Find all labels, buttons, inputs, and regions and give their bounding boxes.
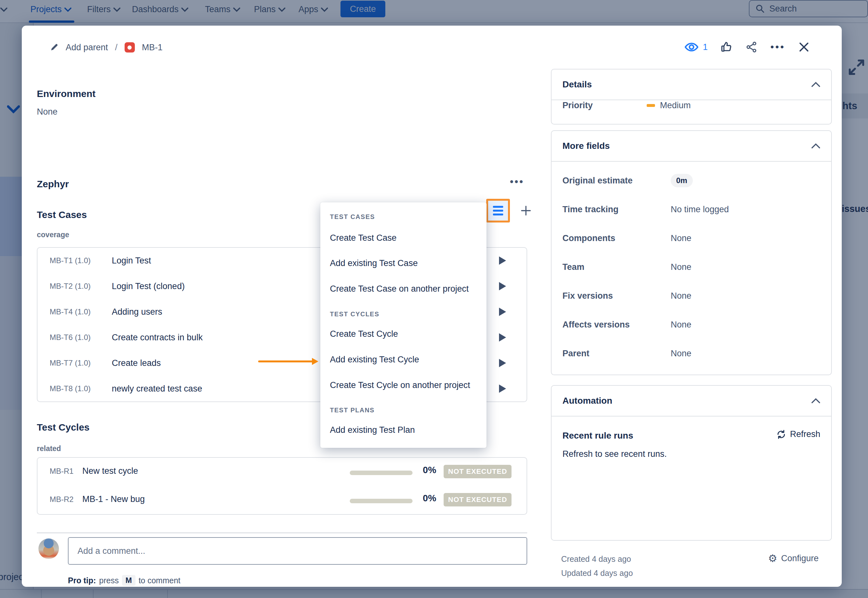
screen: rk Projects Filters Dashboards Teams P — [0, 0, 868, 598]
test-case-key: MB-T6 (1.0) — [49, 333, 105, 342]
refresh-label: Refresh — [790, 429, 820, 439]
more-fields-body: Original estimate 0m Time tracking No ti… — [552, 161, 831, 368]
field-label: Time tracking — [563, 205, 671, 214]
play-icon[interactable] — [499, 384, 506, 393]
test-case-title[interactable]: Create contracts in bulk — [112, 333, 203, 342]
menu-item-add-existing-test-plan[interactable]: Add existing Test Plan — [330, 425, 415, 435]
field-value: None — [671, 262, 691, 272]
progress-percent: 0% — [423, 465, 436, 475]
test-cycle-title[interactable]: MB-1 - New bug — [82, 494, 145, 504]
more-fields-title: More fields — [563, 141, 610, 151]
automation-title: Automation — [563, 396, 612, 406]
status-badge: NOT EXECUTED — [444, 493, 512, 507]
test-cycles-card: MB-R1 New test cycle 0% NOT EXECUTED MB-… — [37, 457, 527, 515]
pro-tip-bold: Pro tip: — [68, 576, 96, 585]
field-value: None — [671, 233, 691, 243]
eye-icon — [684, 42, 699, 52]
watch-button[interactable]: 1 — [684, 42, 708, 52]
field-row-fix-versions[interactable]: Fix versions None — [552, 281, 831, 310]
field-row-parent[interactable]: Parent None — [552, 339, 831, 368]
field-value-pill: 0m — [671, 174, 693, 187]
environment-value[interactable]: None — [37, 107, 58, 117]
details-body-clipped: Priority Medium — [552, 100, 831, 123]
section-divider — [37, 532, 527, 533]
play-icon[interactable] — [499, 308, 506, 316]
add-parent-link[interactable]: Add parent — [66, 43, 108, 52]
play-icon[interactable] — [499, 359, 506, 367]
priority-medium-icon — [647, 104, 655, 107]
bug-type-icon[interactable] — [124, 42, 135, 52]
field-row-team[interactable]: Team None — [552, 253, 831, 281]
collapse-button[interactable] — [811, 398, 820, 404]
menu-item-create-test-cycle-another-project[interactable]: Create Test Cycle on another project — [330, 380, 470, 390]
more-actions-button[interactable]: ••• — [770, 42, 786, 52]
details-title: Details — [563, 79, 592, 90]
close-icon[interactable] — [798, 41, 810, 53]
test-case-key: MB-T7 (1.0) — [49, 359, 105, 368]
field-row-components[interactable]: Components None — [552, 224, 831, 253]
test-cycle-row[interactable]: MB-R1 New test cycle 0% NOT EXECUTED — [37, 458, 527, 486]
collapse-button[interactable] — [811, 82, 820, 87]
priority-value-text: Medium — [660, 100, 691, 111]
pro-tip: Pro tip: press M to comment — [68, 575, 180, 586]
gear-icon: ⚙ — [768, 553, 777, 564]
test-case-title[interactable]: Login Test (cloned) — [112, 281, 185, 291]
field-value: None — [671, 320, 691, 330]
test-case-key: MB-T2 (1.0) — [49, 282, 105, 291]
test-cases-title: Test Cases — [37, 209, 87, 220]
test-case-title[interactable]: newly created test case — [112, 384, 202, 394]
test-case-title[interactable]: Create leads — [112, 358, 161, 368]
updated-timestamp: Updated 4 days ago — [561, 568, 633, 578]
zephyr-title: Zephyr — [37, 179, 69, 190]
field-row-time-tracking[interactable]: Time tracking No time logged — [552, 195, 831, 224]
plus-icon — [520, 205, 532, 217]
configure-button[interactable]: ⚙ Configure — [768, 553, 819, 564]
zephyr-more-button[interactable]: ••• — [510, 176, 524, 188]
field-row-affects-versions[interactable]: Affects versions None — [552, 310, 831, 339]
issue-key-link[interactable]: MB-1 — [142, 43, 163, 52]
menu-item-create-test-case[interactable]: Create Test Case — [330, 233, 397, 243]
menu-item-create-test-cycle[interactable]: Create Test Cycle — [330, 329, 398, 339]
menu-section-test-cases: TEST CASES — [330, 213, 375, 221]
thumbs-up-icon[interactable] — [720, 41, 732, 53]
menu-item-create-test-case-another-project[interactable]: Create Test Case on another project — [330, 284, 468, 294]
automation-header[interactable]: Automation — [552, 386, 831, 417]
zephyr-dropdown-menu: TEST CASES Create Test Case Add existing… — [320, 202, 486, 448]
chevron-up-icon — [811, 398, 820, 404]
add-test-case-button[interactable] — [516, 201, 536, 220]
test-cases-menu-button[interactable] — [486, 199, 510, 223]
play-icon[interactable] — [499, 282, 506, 290]
field-label: Parent — [563, 348, 671, 359]
field-label: Affects versions — [563, 320, 671, 330]
test-case-key: MB-T1 (1.0) — [49, 256, 105, 265]
refresh-button[interactable]: Refresh — [777, 429, 820, 439]
progress-bar — [350, 471, 413, 475]
test-cycle-row[interactable]: MB-R2 MB-1 - New bug 0% NOT EXECUTED — [37, 486, 527, 514]
status-badge: NOT EXECUTED — [444, 465, 512, 478]
priority-value[interactable]: Medium — [647, 100, 691, 111]
test-case-title[interactable]: Adding users — [112, 307, 162, 317]
field-row-original-estimate[interactable]: Original estimate 0m — [552, 166, 831, 195]
field-label: Team — [563, 262, 671, 272]
play-icon[interactable] — [499, 256, 506, 265]
priority-label: Priority — [563, 100, 593, 111]
refresh-icon — [777, 430, 786, 439]
menu-item-add-existing-test-cycle[interactable]: Add existing Test Cycle — [330, 355, 419, 365]
play-icon[interactable] — [499, 333, 506, 342]
priority-row[interactable]: Priority Medium — [552, 100, 831, 115]
keyboard-key-m: M — [122, 575, 136, 586]
test-cycle-title[interactable]: New test cycle — [82, 466, 138, 476]
comment-input[interactable] — [68, 537, 527, 565]
issue-modal: Add parent / MB-1 1 ••• Environment None… — [22, 25, 842, 587]
share-icon[interactable] — [745, 41, 757, 53]
menu-section-test-cycles: TEST CYCLES — [330, 311, 379, 318]
more-fields-header[interactable]: More fields — [552, 131, 831, 161]
details-header[interactable]: Details — [552, 69, 831, 100]
test-case-title[interactable]: Login Test — [112, 256, 151, 266]
collapse-button[interactable] — [811, 143, 820, 149]
field-label: Original estimate — [563, 176, 671, 186]
menu-item-add-existing-test-case[interactable]: Add existing Test Case — [330, 258, 418, 268]
breadcrumb: Add parent / MB-1 — [49, 42, 162, 52]
environment-title: Environment — [37, 88, 96, 99]
more-fields-card: More fields Original estimate 0m Time tr… — [551, 130, 832, 375]
